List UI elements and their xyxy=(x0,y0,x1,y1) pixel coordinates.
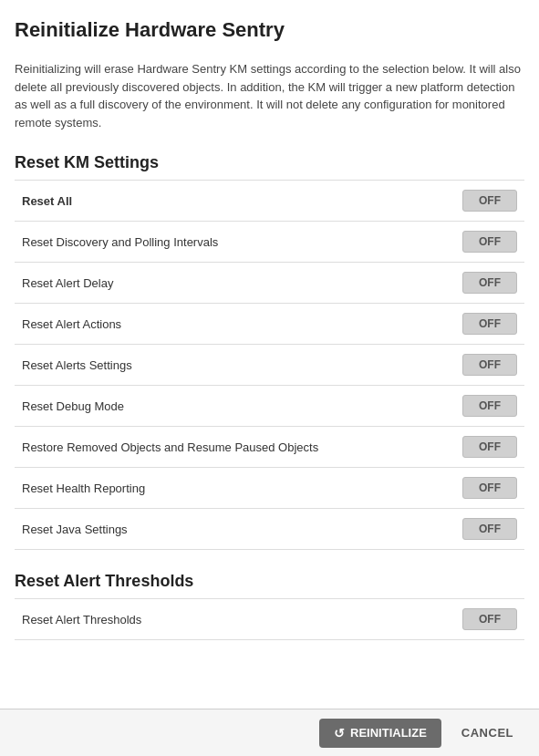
toggle-button[interactable]: OFF xyxy=(462,190,517,212)
row-label: Reset Alert Thresholds xyxy=(15,599,451,640)
table-row: Reset Alerts SettingsOFF xyxy=(15,345,524,386)
table-row: Reset Discovery and Polling IntervalsOFF xyxy=(15,222,524,263)
row-label: Reset Discovery and Polling Intervals xyxy=(15,222,451,263)
row-label: Reset Alert Actions xyxy=(15,304,451,345)
toggle-button[interactable]: OFF xyxy=(462,395,517,417)
table-row: Reset Debug ModeOFF xyxy=(15,386,524,427)
table-row: Restore Removed Objects and Resume Pause… xyxy=(15,427,524,468)
table-row: Reset Java SettingsOFF xyxy=(15,509,524,550)
row-label: Reset Alerts Settings xyxy=(15,345,451,386)
table-row: Reset Alert ThresholdsOFF xyxy=(15,599,524,640)
reinitialize-icon: ↺ xyxy=(334,726,345,740)
toggle-button[interactable]: OFF xyxy=(462,313,517,335)
reinitialize-button[interactable]: ↺ REINITIALIZE xyxy=(319,719,441,748)
toggle-button[interactable]: OFF xyxy=(462,272,517,294)
footer-bar: ↺ REINITIALIZE CANCEL xyxy=(0,709,539,756)
toggle-button[interactable]: OFF xyxy=(462,518,517,540)
table-row: Reset Alert ActionsOFF xyxy=(15,304,524,345)
reinitialize-label: REINITIALIZE xyxy=(350,726,427,740)
cancel-button[interactable]: CANCEL xyxy=(451,719,524,747)
page-title: Reinitialize Hardware Sentry xyxy=(15,18,524,42)
toggle-button[interactable]: OFF xyxy=(462,436,517,458)
toggle-button[interactable]: OFF xyxy=(462,608,517,630)
settings-table-1: Reset Alert ThresholdsOFF xyxy=(15,598,524,640)
toggle-button[interactable]: OFF xyxy=(462,231,517,253)
page-description: Reinitializing will erase Hardware Sentr… xyxy=(15,60,524,131)
section-title-0: Reset KM Settings xyxy=(15,153,524,172)
settings-table-0: Reset AllOFFReset Discovery and Polling … xyxy=(15,180,524,550)
row-label: Reset Alert Delay xyxy=(15,263,451,304)
page-content: Reinitialize Hardware Sentry Reinitializ… xyxy=(0,0,539,735)
row-label: Reset Health Reporting xyxy=(15,468,451,509)
sections-container: Reset KM SettingsReset AllOFFReset Disco… xyxy=(15,153,524,640)
row-label: Reset All xyxy=(15,181,451,222)
toggle-button[interactable]: OFF xyxy=(462,354,517,376)
row-label: Reset Java Settings xyxy=(15,509,451,550)
table-row: Reset AllOFF xyxy=(15,181,524,222)
row-label: Restore Removed Objects and Resume Pause… xyxy=(15,427,451,468)
table-row: Reset Health ReportingOFF xyxy=(15,468,524,509)
table-row: Reset Alert DelayOFF xyxy=(15,263,524,304)
section-1: Reset Alert ThresholdsReset Alert Thresh… xyxy=(15,572,524,640)
row-label: Reset Debug Mode xyxy=(15,386,451,427)
cancel-label: CANCEL xyxy=(461,726,513,740)
toggle-button[interactable]: OFF xyxy=(462,477,517,499)
section-0: Reset KM SettingsReset AllOFFReset Disco… xyxy=(15,153,524,550)
section-title-1: Reset Alert Thresholds xyxy=(15,572,524,591)
